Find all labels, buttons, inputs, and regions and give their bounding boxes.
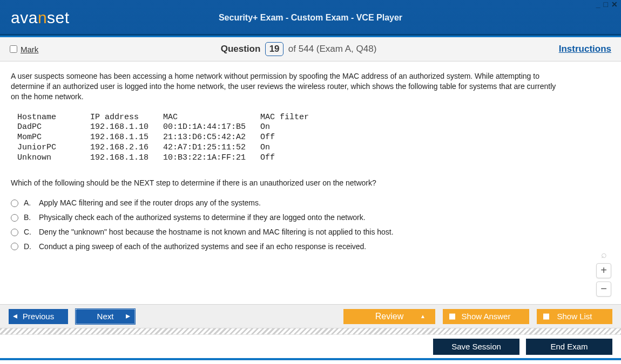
chevron-right-icon: ▸: [126, 312, 130, 320]
save-session-button[interactable]: Save Session: [433, 339, 519, 355]
question-stem: A user suspects someone has been accessi…: [11, 71, 562, 102]
answer-radio-a[interactable]: [11, 200, 18, 207]
mark-question[interactable]: Mark: [10, 45, 38, 54]
zoom-out-button[interactable]: −: [596, 281, 611, 297]
network-table: Hostname IP address MAC MAC filter DadPC…: [11, 113, 562, 163]
answer-radio-d[interactable]: [11, 243, 18, 250]
window-title: Security+ Exam - Custom Exam - VCE Playe…: [0, 0, 621, 36]
of-word: of: [288, 44, 296, 54]
end-exam-button[interactable]: End Exam: [526, 339, 612, 355]
window-controls: _ □ ✕: [596, 0, 618, 9]
answer-option-d[interactable]: D. Conduct a ping sweep of each of the a…: [11, 242, 562, 252]
answer-text-b: Physically check each of the authorized …: [39, 212, 366, 223]
answer-letter-c: C.: [24, 227, 33, 237]
answer-letter-b: B.: [24, 212, 33, 223]
maximize-button[interactable]: □: [604, 0, 608, 9]
stop-icon: [449, 313, 455, 319]
search-icon[interactable]: ⌕: [598, 248, 610, 260]
exam-context: (Exam A, Q48): [316, 44, 376, 54]
answer-radio-b[interactable]: [11, 214, 18, 222]
next-label: Next: [97, 312, 114, 321]
show-list-label: Show List: [557, 312, 592, 321]
stop-icon: [543, 313, 549, 319]
logo-part-2: set: [47, 9, 70, 26]
instructions-link[interactable]: Instructions: [559, 44, 611, 54]
separator-stripe: [0, 328, 621, 334]
next-button[interactable]: Next ▸: [76, 309, 135, 324]
answer-option-c[interactable]: C. Deny the "unknown" host because the h…: [11, 227, 562, 237]
answer-letter-d: D.: [24, 242, 33, 252]
session-toolbar: Save Session End Exam: [0, 334, 621, 358]
answer-letter-a: A.: [24, 198, 33, 208]
question-position: Question 19 of 544 (Exam A, Q48): [38, 42, 558, 56]
show-list-button[interactable]: Show List: [537, 309, 612, 324]
title-bar: avanset Security+ Exam - Custom Exam - V…: [0, 0, 621, 36]
minimize-button[interactable]: _: [596, 0, 600, 9]
previous-label: Previous: [23, 312, 54, 321]
info-bar: Mark Question 19 of 544 (Exam A, Q48) In…: [0, 36, 621, 61]
question-followup: Which of the following should be the NEX…: [11, 178, 562, 188]
chevron-left-icon: ◂: [13, 312, 17, 320]
question-content: A user suspects someone has been accessi…: [0, 61, 621, 304]
review-label: Review: [375, 312, 403, 321]
question-word: Question: [221, 44, 261, 54]
answer-radio-c[interactable]: [11, 229, 18, 236]
total-questions: 544: [299, 44, 314, 54]
zoom-tools: ⌕ + −: [596, 248, 611, 297]
triangle-up-icon: ▲: [420, 313, 426, 319]
answer-text-c: Deny the "unknown" host because the host…: [39, 227, 394, 237]
review-button[interactable]: Review ▲: [343, 309, 435, 324]
show-answer-label: Show Answer: [462, 312, 511, 321]
question-number-box[interactable]: 19: [265, 42, 284, 56]
footer-border: [0, 358, 621, 360]
logo-accent: n: [38, 9, 47, 26]
logo-part-1: ava: [11, 9, 38, 26]
answer-option-a[interactable]: A. Apply MAC filtering and see if the ro…: [11, 198, 562, 208]
answer-text-a: Apply MAC filtering and see if the route…: [39, 198, 261, 208]
answer-option-b[interactable]: B. Physically check each of the authoriz…: [11, 212, 562, 223]
close-button[interactable]: ✕: [611, 0, 618, 9]
app-logo: avanset: [11, 9, 70, 27]
zoom-in-button[interactable]: +: [596, 263, 611, 278]
previous-button[interactable]: ◂ Previous: [9, 309, 68, 324]
answer-list: A. Apply MAC filtering and see if the ro…: [11, 198, 562, 252]
mark-checkbox[interactable]: [10, 45, 17, 53]
answer-text-d: Conduct a ping sweep of each of the auth…: [39, 242, 366, 252]
mark-label[interactable]: Mark: [21, 45, 38, 54]
show-answer-button[interactable]: Show Answer: [443, 309, 529, 324]
nav-toolbar: ◂ Previous Next ▸ Review ▲ Show Answer S…: [0, 304, 621, 328]
